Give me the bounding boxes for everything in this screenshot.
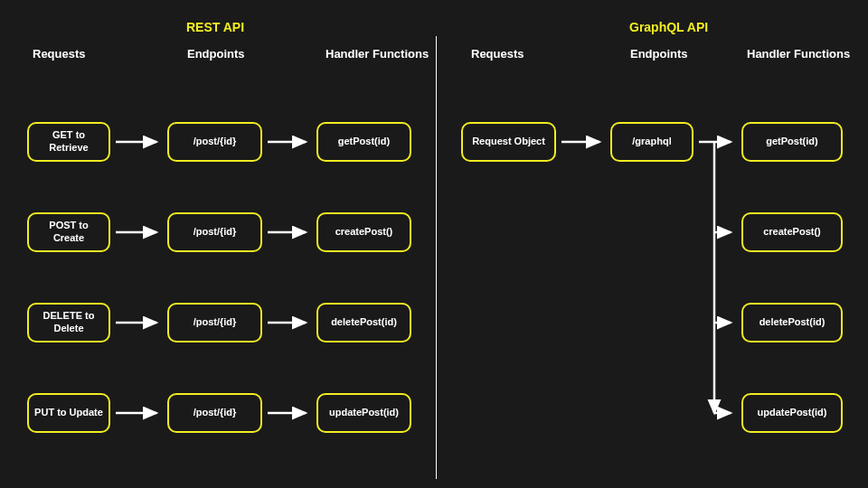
arrow-layer [0, 0, 868, 488]
gql-handler-3: updatePost(id) [741, 393, 843, 433]
rest-request-post: POST to Create [27, 212, 110, 252]
gql-col-handlers: Handler Functions [747, 47, 850, 61]
vertical-divider [436, 36, 437, 479]
rest-request-get: GET to Retrieve [27, 122, 110, 162]
rest-handler-3: updatePost(id) [316, 393, 411, 433]
title-graphql: GraphQL API [629, 20, 708, 34]
rest-handler-2: deletePost(id) [316, 303, 411, 343]
rest-col-handlers: Handler Functions [326, 47, 429, 61]
rest-endpoint-0: /post/{id} [167, 122, 262, 162]
rest-col-endpoints: Endpoints [187, 47, 245, 61]
gql-request: Request Object [461, 122, 556, 162]
gql-col-endpoints: Endpoints [630, 47, 688, 61]
rest-endpoint-3: /post/{id} [167, 393, 262, 433]
gql-col-requests: Requests [471, 47, 524, 61]
title-rest: REST API [186, 20, 244, 34]
rest-col-requests: Requests [33, 47, 86, 61]
rest-handler-0: getPost(id) [316, 122, 411, 162]
rest-endpoint-1: /post/{id} [167, 212, 262, 252]
rest-request-put: PUT to Update [27, 393, 110, 433]
rest-endpoint-2: /post/{id} [167, 303, 262, 343]
gql-handler-2: deletePost(id) [741, 303, 843, 343]
gql-handler-0: getPost(id) [741, 122, 843, 162]
rest-handler-1: createPost() [316, 212, 411, 252]
gql-endpoint: /graphql [610, 122, 693, 162]
gql-handler-1: createPost() [741, 212, 843, 252]
rest-request-delete: DELETE to Delete [27, 303, 110, 343]
diagram-stage: REST API GraphQL API Requests Endpoints … [0, 0, 868, 488]
